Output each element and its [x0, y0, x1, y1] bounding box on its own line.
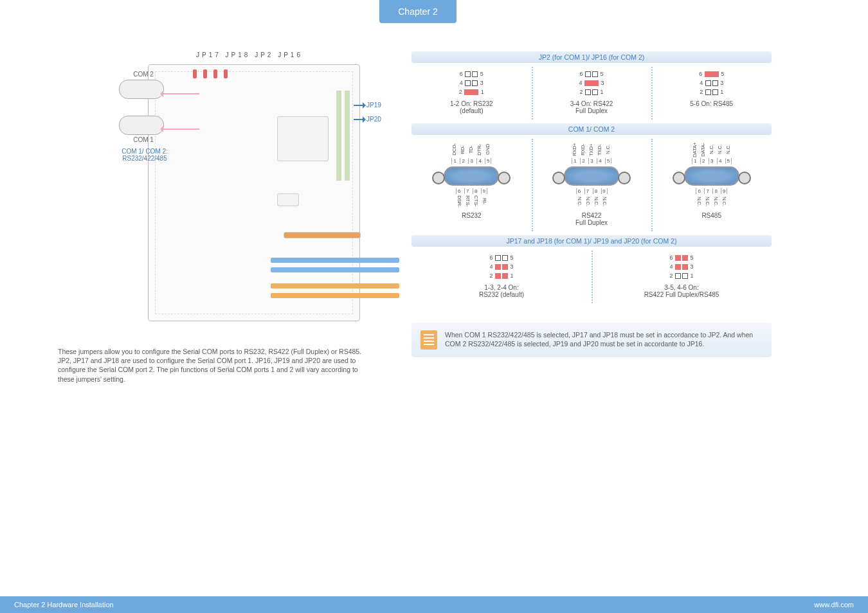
table3-row: 65 43 21 1-3, 2-4 On:RS232 (default) 65 … — [411, 247, 772, 307]
note-text: When COM 1 RS232/422/485 is selected, JP… — [445, 330, 763, 350]
table2-title: COM 1/ COM 2 — [411, 123, 772, 135]
jumper-cell: 65 43 21 3-5, 4-6 On:RS422 Full Duplex/R… — [592, 253, 772, 298]
com2-label: COM 2 — [129, 71, 158, 78]
page-footer: Chapter 2 Hardware Installation www.dfi.… — [0, 596, 868, 613]
serial-connector-cell: DCD-RD-TD-DTR-GND 12345 6789 DSR-RTS-CTS… — [411, 141, 532, 219]
jp20-label: JP20 — [366, 116, 381, 123]
motherboard-diagram: JP17 JP18 JP2 JP16 COM 2 COM 1 COM 1/ CO… — [58, 51, 373, 328]
com-mode-line2: RS232/422/485 — [122, 155, 167, 162]
footer-right: www.dfi.com — [814, 601, 854, 609]
com-mode-line1: COM 1/ COM 2: — [122, 148, 168, 155]
arrow-icon — [161, 129, 199, 130]
board-outline — [148, 64, 360, 321]
dsub-connector-icon — [444, 166, 499, 186]
footer-left: Chapter 2 Hardware Installation — [14, 601, 114, 609]
description-text: These jumpers allow you to configure the… — [58, 347, 373, 384]
jumper-cell: 65 43 21 5-6 On: RS485 — [651, 69, 772, 107]
jumper-cell: 65 43 21 1-3, 2-4 On:RS232 (default) — [411, 253, 592, 298]
serial-connector-cell: RXD+RXD-TXD+TXD-N.C. 12345 6789 N.C.N.C.… — [532, 141, 652, 226]
table1-row: 65 43 21 1-2 On: RS232(default) 65 43 21… — [411, 63, 772, 123]
arrow-icon — [161, 93, 199, 94]
jp19-label: JP19 — [366, 102, 381, 109]
table2-row: DCD-RD-TD-DTR-GND 12345 6789 DSR-RTS-CTS… — [411, 135, 772, 235]
chapter-tab: Chapter 2 — [379, 0, 457, 23]
dsub-connector-icon — [564, 166, 619, 186]
table1-title: JP2 (for COM 1)/ JP16 (for COM 2) — [411, 51, 772, 63]
jumper-cell: 65 43 21 3-4 On: RS422Full Duplex — [532, 69, 652, 114]
table3-title: JP17 and JP18 (for COM 1)/ JP19 and JP20… — [411, 235, 772, 247]
jumper-top-labels: JP17 JP18 JP2 JP16 — [196, 51, 303, 58]
arrow-icon — [354, 105, 365, 106]
com-mode-note: COM 1/ COM 2: RS232/422/485 — [109, 148, 180, 162]
jumper-dots — [193, 69, 228, 78]
arrow-icon — [354, 119, 365, 120]
jumper-cell: 65 43 21 1-2 On: RS232(default) — [411, 69, 532, 114]
serial-connector-cell: DATA+DATA-N.C.N.C.N.C. 12345 6789 N.C.N.… — [651, 141, 772, 219]
note-icon — [420, 330, 437, 350]
dsub-connector-icon — [684, 166, 739, 186]
note-callout: When COM 1 RS232/422/485 is selected, JP… — [411, 323, 772, 357]
com1-label: COM 1 — [129, 136, 158, 143]
